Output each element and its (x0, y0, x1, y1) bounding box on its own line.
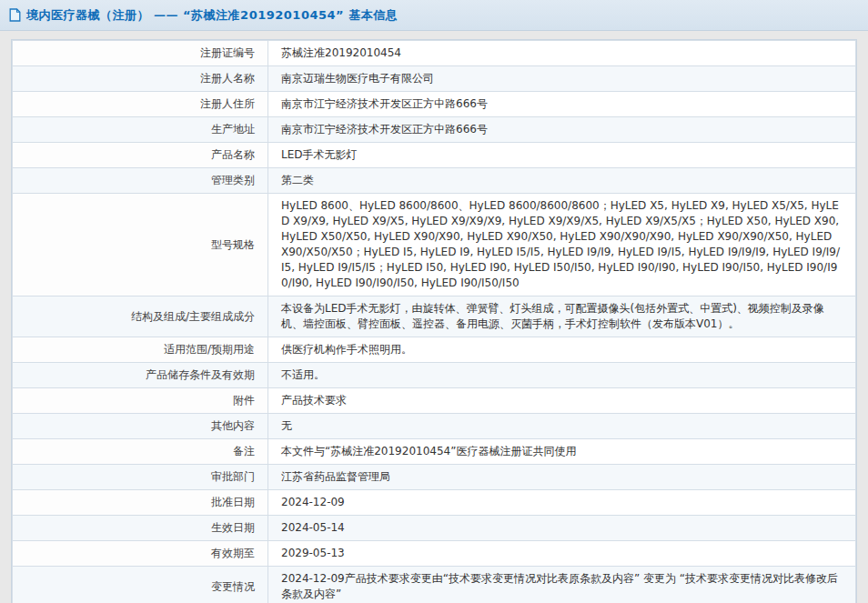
row-value: LED手术无影灯 (268, 143, 856, 168)
table-row: 其他内容 无 (13, 414, 856, 439)
row-value: 2024-12-09产品技术要求变更由“技术要求变更情况对比表原条款及内容” 变… (268, 567, 856, 603)
row-label: 管理类别 (13, 168, 268, 194)
row-value: 供医疗机构作手术照明用。 (268, 337, 856, 363)
table-row: 审批部门 江苏省药品监督管理局 (13, 465, 856, 490)
row-value: 本设备为LED手术无影灯，由旋转体、弹簧臂、灯头组成，可配置摄像头(包括外置式、… (268, 296, 856, 337)
row-label: 附件 (13, 388, 268, 414)
table-row: 附件 产品技术要求 (13, 388, 856, 414)
table-row: 备注 本文件与“苏械注准20192010454”医疗器械注册证共同使用 (13, 439, 856, 465)
table-row: 注册证编号 苏械注准20192010454 (13, 41, 856, 66)
row-value: HyLED 8600、HyLED 8600/8600、HyLED 8600/86… (268, 194, 856, 296)
row-value: 产品技术要求 (268, 388, 856, 414)
row-value: 无 (268, 414, 856, 439)
row-label: 结构及组成/主要组成成分 (13, 296, 268, 337)
row-label: 产品名称 (13, 143, 268, 168)
row-label: 备注 (13, 439, 268, 465)
page-title: 境内医疗器械（注册） —— “苏械注准20192010454” 基本信息 (26, 7, 398, 24)
table-row: 注册人住所 南京市江宁经济技术开发区正方中路666号 (13, 92, 856, 117)
row-value: 南京市江宁经济技术开发区正方中路666号 (268, 117, 856, 143)
row-label: 注册证编号 (13, 41, 268, 66)
row-label: 注册人名称 (13, 66, 268, 92)
table-row: 产品名称 LED手术无影灯 (13, 143, 856, 168)
row-label: 生产地址 (13, 117, 268, 143)
row-label: 产品储存条件及有效期 (13, 363, 268, 388)
row-label: 型号规格 (13, 194, 268, 296)
row-value: 本文件与“苏械注准20192010454”医疗器械注册证共同使用 (268, 439, 856, 465)
row-value: 南京市江宁经济技术开发区正方中路666号 (268, 92, 856, 117)
row-value: 苏械注准20192010454 (268, 41, 856, 66)
table-row: 适用范围/预期用途 供医疗机构作手术照明用。 (13, 337, 856, 363)
registration-info-table: 注册证编号 苏械注准20192010454 注册人名称 南京迈瑞生物医疗电子有限… (11, 39, 857, 603)
row-label: 有效期至 (13, 541, 268, 567)
row-value: 南京迈瑞生物医疗电子有限公司 (268, 66, 856, 92)
row-value: 江苏省药品监督管理局 (268, 465, 856, 490)
page-header: 境内医疗器械（注册） —— “苏械注准20192010454” 基本信息 (0, 0, 868, 31)
table-row: 批准日期 2024-12-09 (13, 490, 856, 516)
row-label: 审批部门 (13, 465, 268, 490)
table-row: 生效日期 2024-05-14 (13, 516, 856, 541)
row-value: 第二类 (268, 168, 856, 194)
row-value: 不适用。 (268, 363, 856, 388)
table-row: 有效期至 2029-05-13 (13, 541, 856, 567)
row-label: 生效日期 (13, 516, 268, 541)
row-label: 其他内容 (13, 414, 268, 439)
row-value: 2024-05-14 (268, 516, 856, 541)
row-label: 变更情况 (13, 567, 268, 603)
document-icon (9, 8, 21, 22)
row-value: 2029-05-13 (268, 541, 856, 567)
row-label: 注册人住所 (13, 92, 268, 117)
row-value: 2024-12-09 (268, 490, 856, 516)
table-row: 结构及组成/主要组成成分 本设备为LED手术无影灯，由旋转体、弹簧臂、灯头组成，… (13, 296, 856, 337)
row-label: 批准日期 (13, 490, 268, 516)
table-row: 变更情况 2024-12-09产品技术要求变更由“技术要求变更情况对比表原条款及… (13, 567, 856, 603)
table-row: 管理类别 第二类 (13, 168, 856, 194)
table-row: 注册人名称 南京迈瑞生物医疗电子有限公司 (13, 66, 856, 92)
table-row: 产品储存条件及有效期 不适用。 (13, 363, 856, 388)
table-row: 型号规格 HyLED 8600、HyLED 8600/8600、HyLED 86… (13, 194, 856, 296)
row-label: 适用范围/预期用途 (13, 337, 268, 363)
table-row: 生产地址 南京市江宁经济技术开发区正方中路666号 (13, 117, 856, 143)
